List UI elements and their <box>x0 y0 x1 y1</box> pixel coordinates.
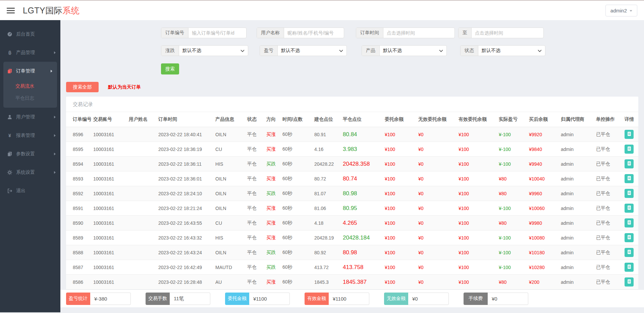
sidebar-subitem-trade-flow[interactable]: 交易流水 <box>3 80 57 92</box>
detail-button[interactable] <box>625 218 634 227</box>
sidebar-item-system[interactable]: 系统设置 <box>0 163 60 181</box>
detail-button[interactable] <box>625 145 634 154</box>
profit-select[interactable]: 默认不选 <box>278 46 346 56</box>
detail-button[interactable] <box>625 277 634 286</box>
sidebar-item-orders[interactable]: 订单管理 <box>3 62 57 80</box>
cell-order-time: 2023-02-22 18:24:10 <box>156 186 213 201</box>
cell-invalid-entrust: ¥0 <box>416 230 457 245</box>
sidebar-group-orders: 订单管理交易流水平仓日志 <box>3 62 57 108</box>
sidebar-item-products[interactable]: B产品管理 <box>0 43 60 62</box>
order-time-end-input[interactable] <box>472 28 543 38</box>
cell-detail <box>623 230 638 245</box>
cell-control: 已平仓 <box>594 260 623 275</box>
user-name-input[interactable] <box>284 28 344 38</box>
cell-entrust-balance: ¥100 <box>383 245 416 260</box>
order-time-end-filter: 至 <box>458 28 544 38</box>
summary-label: 有效金额 <box>305 293 329 305</box>
summary-value: ¥0 <box>408 293 449 305</box>
sidebar-subitem-close-log[interactable]: 平仓日志 <box>3 92 57 104</box>
column-header: 详情 <box>623 112 638 127</box>
cell-valid-entrust: ¥100 <box>457 186 497 201</box>
profit-filter: 盈亏默认不选 <box>260 45 347 56</box>
sidebar-item-reports[interactable]: ¥报表管理 <box>0 126 60 145</box>
column-header: 订单编号 <box>66 112 91 127</box>
search-all-button[interactable]: 搜索全部 <box>66 82 99 92</box>
cell-direction: 买跌 <box>264 186 280 201</box>
cell-order-time: 2023-02-22 18:36:11 <box>156 157 213 171</box>
chevron-down-icon <box>630 10 632 12</box>
cell-agent: admin <box>559 157 594 171</box>
product-label: 产品 <box>362 46 380 56</box>
sidebar-item-users[interactable]: 用户管理 <box>0 108 60 126</box>
cell-close-price: 80.74 <box>341 171 383 186</box>
detail-button[interactable] <box>625 189 634 198</box>
detail-button[interactable] <box>625 130 634 139</box>
cell-close-price: 80.84 <box>341 127 383 142</box>
cell-close-price: 1845.387 <box>341 275 383 290</box>
detail-button[interactable] <box>625 263 634 272</box>
cell-order-time: 2023-02-22 18:36:01 <box>156 171 213 186</box>
cell-entrust-balance: ¥100 <box>383 275 416 290</box>
cell-duration: 60秒 <box>280 201 312 216</box>
summary-label: 盈亏统计 <box>66 293 90 305</box>
cell-account: 10003161 <box>91 142 127 157</box>
cell-customer-name <box>127 157 156 171</box>
order-no-input[interactable] <box>189 28 246 38</box>
column-header: 归属代理商 <box>559 112 594 127</box>
summary-value: ¥-380 <box>90 293 131 305</box>
cell-agent: admin <box>559 216 594 230</box>
cell-close-price: 80.98 <box>341 186 383 201</box>
cell-detail <box>623 260 638 275</box>
detail-button[interactable] <box>625 233 634 242</box>
summary-label: 委托金额 <box>225 293 249 305</box>
user-menu-button[interactable]: admin2 <box>605 5 637 16</box>
detail-button[interactable] <box>625 174 634 183</box>
table-row: 8587100031612023-02-22 16:42:49MAUTD平仓买跌… <box>66 260 638 275</box>
updown-select[interactable]: 默认不选 <box>179 46 248 56</box>
summary-bar: 盈亏统计¥-380交易手数11笔委托金额¥1100有效金额¥1100无效金额¥0… <box>60 290 644 307</box>
product-select[interactable]: 默认不选 <box>380 46 446 56</box>
cell-status: 平仓 <box>245 275 264 290</box>
cell-valid-entrust: ¥100 <box>457 275 497 290</box>
filter-row-2: 涨跌默认不选盈亏默认不选产品默认不选状态默认不选 <box>161 45 638 56</box>
search-button[interactable]: 搜索 <box>161 63 179 74</box>
cell-entrust-balance: ¥100 <box>383 201 416 216</box>
cell-status: 平仓 <box>245 157 264 171</box>
sidebar-item-dashboard[interactable]: 后台首页 <box>0 25 60 43</box>
cell-actual-profit: ¥-100 <box>497 201 527 216</box>
cell-order-no: 8596 <box>66 127 91 142</box>
summary-value: ¥1100 <box>329 293 369 305</box>
cell-status: 平仓 <box>245 245 264 260</box>
summary-value: 11笔 <box>170 293 210 305</box>
order-time-start-input[interactable] <box>383 28 454 38</box>
chevron-right-icon <box>51 70 52 72</box>
top-header: LGTY国际系统 admin2 <box>0 0 644 20</box>
cell-order-no: 8589 <box>66 230 91 245</box>
cell-valid-entrust: ¥100 <box>457 245 497 260</box>
cell-product: HIS <box>213 157 245 171</box>
cell-actual-profit: ¥-100 <box>497 230 527 245</box>
detail-button[interactable] <box>625 159 634 168</box>
detail-icon <box>627 279 632 285</box>
detail-button[interactable] <box>625 204 634 213</box>
cell-order-no: 8593 <box>66 171 91 186</box>
cell-agent: admin <box>559 275 594 290</box>
brand-logo: LGTY国际系统 <box>23 5 79 16</box>
sidebar-item-logout[interactable]: 退出 <box>0 181 60 200</box>
cell-duration: 60秒 <box>280 230 312 245</box>
detail-button[interactable] <box>625 248 634 257</box>
cell-detail <box>623 157 638 171</box>
cell-open-price: 20428.22 <box>312 157 341 171</box>
cell-order-time: 2023-02-22 18:40:41 <box>156 127 213 142</box>
menu-toggle-icon[interactable] <box>7 6 15 15</box>
sidebar-item-params[interactable]: 参数设置 <box>0 145 60 163</box>
cell-account: 10003161 <box>91 216 127 230</box>
cell-balance-after: ¥200 <box>527 275 559 290</box>
selected-value: 默认不选 <box>182 48 201 54</box>
cell-detail <box>623 275 638 290</box>
cell-duration: 60秒 <box>280 127 312 142</box>
selected-value: 默认不选 <box>383 48 402 54</box>
cell-entrust-balance: ¥100 <box>383 157 416 171</box>
table-row: 8594100031612023-02-22 18:36:11HIS平仓买跌60… <box>66 157 638 171</box>
status-select[interactable]: 默认不选 <box>478 46 545 56</box>
